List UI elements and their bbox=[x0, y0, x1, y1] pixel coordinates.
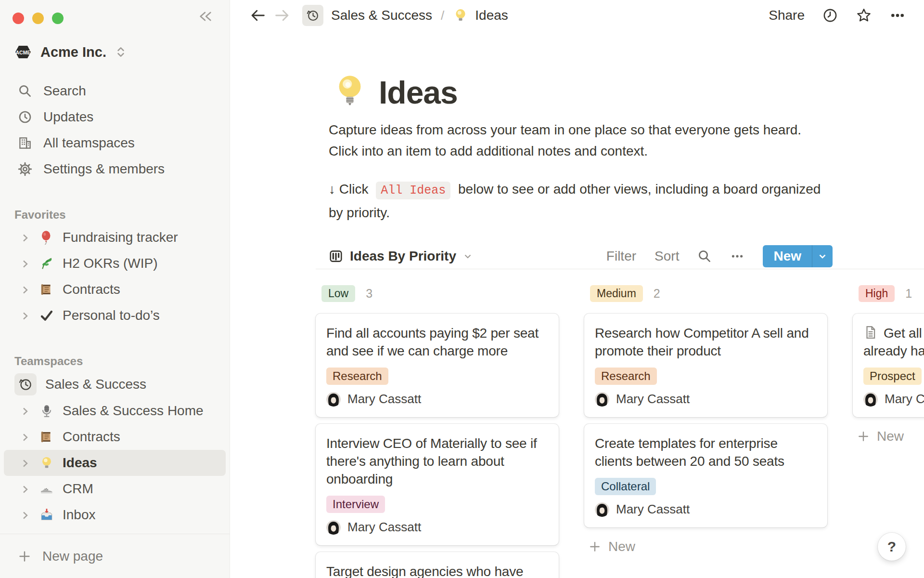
page-description[interactable]: Capture ideas from across your team in o… bbox=[329, 119, 924, 162]
lightbulb-icon bbox=[453, 8, 468, 23]
tag-collateral[interactable]: Collateral bbox=[595, 478, 656, 495]
collapse-sidebar-icon[interactable] bbox=[198, 10, 213, 24]
sidebar-item-label: Updates bbox=[43, 109, 93, 125]
card-title: Get all already ha bbox=[863, 324, 924, 360]
workspace-switcher[interactable]: ACME Acme Inc. bbox=[0, 31, 230, 62]
column-header[interactable]: Medium 2 bbox=[590, 285, 827, 302]
page-content: Ideas Capture ideas from across your tea… bbox=[230, 71, 924, 578]
inline-code-all-ideas: All Ideas bbox=[376, 182, 450, 199]
card-title: Create templates for enterprise clients … bbox=[595, 434, 817, 470]
callout-prefix: ↓ Click bbox=[329, 182, 368, 197]
favorites-header: Favorites bbox=[0, 205, 230, 224]
column-header[interactable]: Low 3 bbox=[321, 285, 559, 302]
sidebar-item-fundraising-tracker[interactable]: Fundraising tracker bbox=[0, 224, 230, 250]
priority-pill-medium[interactable]: Medium bbox=[590, 285, 643, 302]
chevron-down-icon[interactable] bbox=[462, 250, 474, 262]
column-count: 3 bbox=[366, 287, 372, 301]
view-name[interactable]: Ideas By Priority bbox=[350, 249, 456, 264]
tag-research[interactable]: Research bbox=[595, 368, 657, 385]
add-card-button[interactable]: New bbox=[857, 427, 924, 446]
filter-button[interactable]: Filter bbox=[606, 249, 636, 264]
chevron-right-icon[interactable] bbox=[19, 258, 31, 269]
teamspaces-header: Teamspaces bbox=[0, 352, 230, 371]
board-card[interactable]: Create templates for enterprise clients … bbox=[584, 424, 827, 527]
sidebar-item-all-teamspaces[interactable]: All teamspaces bbox=[0, 130, 230, 156]
page-callout[interactable]: ↓ Click All Ideas below to see or add ot… bbox=[329, 178, 924, 224]
breadcrumb-teamspace[interactable]: Sales & Success bbox=[331, 8, 432, 23]
sidebar-item-settings[interactable]: Settings & members bbox=[0, 156, 230, 182]
close-window-button[interactable] bbox=[13, 13, 24, 24]
back-arrow-icon[interactable] bbox=[249, 7, 266, 24]
sidebar-nav: Search Updates All teamspaces Settings &… bbox=[0, 78, 230, 182]
tag-prospect[interactable]: Prospect bbox=[863, 368, 922, 385]
sort-button[interactable]: Sort bbox=[654, 249, 679, 264]
sidebar-item-sales-success[interactable]: Sales & Success bbox=[0, 371, 230, 398]
sidebar-item-search[interactable]: Search bbox=[0, 78, 230, 104]
lightbulb-icon[interactable] bbox=[334, 72, 365, 110]
updates-clock-icon[interactable] bbox=[822, 7, 838, 24]
chevron-right-icon[interactable] bbox=[19, 483, 31, 495]
sidebar-item-label: Sales & Success bbox=[45, 377, 146, 392]
sidebar-item-contracts-teamspace[interactable]: Contracts bbox=[0, 424, 230, 450]
board-card[interactable]: Find all accounts paying $2 per seat and… bbox=[316, 314, 559, 417]
gear-icon bbox=[17, 161, 33, 177]
minimize-window-button[interactable] bbox=[32, 13, 44, 24]
sidebar-item-label: Ideas bbox=[63, 455, 97, 471]
topbar-actions: Share bbox=[769, 7, 906, 24]
avatar bbox=[326, 520, 341, 535]
scroll-icon bbox=[38, 429, 55, 445]
view-toolbar: Filter Sort New bbox=[606, 245, 833, 267]
kanban-board: Low 3 Find all accounts paying $2 per se… bbox=[316, 285, 924, 578]
chevron-right-icon[interactable] bbox=[19, 310, 31, 321]
sidebar-item-inbox[interactable]: Inbox bbox=[0, 502, 230, 528]
board-card[interactable]: Target design agencies who have bbox=[316, 552, 559, 578]
chevron-down-icon[interactable] bbox=[812, 250, 833, 262]
zoom-window-button[interactable] bbox=[52, 13, 64, 24]
sidebar-item-ideas[interactable]: Ideas bbox=[4, 450, 226, 476]
person-name: Mary Cassatt bbox=[616, 392, 690, 407]
more-options-icon[interactable] bbox=[889, 7, 906, 24]
chevron-right-icon[interactable] bbox=[19, 284, 31, 295]
main-area: Sales & Success / Ideas Share bbox=[230, 0, 924, 578]
description-line-2: Click into an item to add additional not… bbox=[329, 144, 648, 158]
chevron-right-icon[interactable] bbox=[19, 509, 31, 521]
history-clock-icon bbox=[14, 373, 37, 395]
search-icon bbox=[17, 83, 33, 99]
priority-pill-high[interactable]: High bbox=[859, 285, 895, 302]
chevron-right-icon[interactable] bbox=[19, 457, 31, 469]
add-card-label: New bbox=[608, 539, 635, 554]
balloon-icon bbox=[38, 229, 55, 246]
sidebar-item-personal-todos[interactable]: Personal to-do’s bbox=[0, 302, 230, 328]
plus-icon bbox=[588, 540, 602, 553]
more-options-icon[interactable] bbox=[730, 249, 744, 263]
forward-arrow-icon[interactable] bbox=[274, 7, 291, 24]
search-icon[interactable] bbox=[697, 249, 712, 263]
column-header[interactable]: High 1 bbox=[859, 285, 924, 302]
breadcrumb-page[interactable]: Ideas bbox=[475, 8, 508, 23]
sidebar-item-label: Search bbox=[43, 83, 86, 99]
sidebar-item-h2-okrs[interactable]: H2 OKRs (WIP) bbox=[0, 250, 230, 276]
board-card[interactable]: Interview CEO of Materially to see if th… bbox=[316, 424, 559, 545]
new-page-button[interactable]: New page bbox=[0, 534, 230, 578]
chevron-right-icon[interactable] bbox=[19, 232, 31, 243]
star-icon[interactable] bbox=[856, 7, 872, 24]
board-card[interactable]: Research how Competitor A sell and promo… bbox=[584, 314, 827, 417]
chevron-right-icon[interactable] bbox=[19, 405, 31, 417]
card-person: Mary Cassatt bbox=[595, 392, 817, 407]
sidebar-item-contracts-favorite[interactable]: Contracts bbox=[0, 276, 230, 302]
priority-pill-low[interactable]: Low bbox=[321, 285, 355, 302]
share-button[interactable]: Share bbox=[769, 8, 805, 23]
help-button[interactable]: ? bbox=[878, 533, 906, 561]
sidebar-item-label: H2 OKRs (WIP) bbox=[63, 256, 158, 271]
sidebar-item-crm[interactable]: CRM bbox=[0, 476, 230, 502]
page-title[interactable]: Ideas bbox=[379, 75, 458, 110]
new-record-label: New bbox=[763, 249, 812, 264]
tag-interview[interactable]: Interview bbox=[326, 496, 385, 513]
add-card-button[interactable]: New bbox=[588, 537, 827, 556]
chevron-right-icon[interactable] bbox=[19, 431, 31, 443]
sidebar-item-sales-success-home[interactable]: Sales & Success Home bbox=[0, 398, 230, 424]
board-card[interactable]: Get all already ha Prospect Mary C bbox=[853, 314, 924, 417]
new-record-button[interactable]: New bbox=[763, 245, 833, 267]
sidebar-item-updates[interactable]: Updates bbox=[0, 104, 230, 130]
tag-research[interactable]: Research bbox=[326, 368, 388, 385]
